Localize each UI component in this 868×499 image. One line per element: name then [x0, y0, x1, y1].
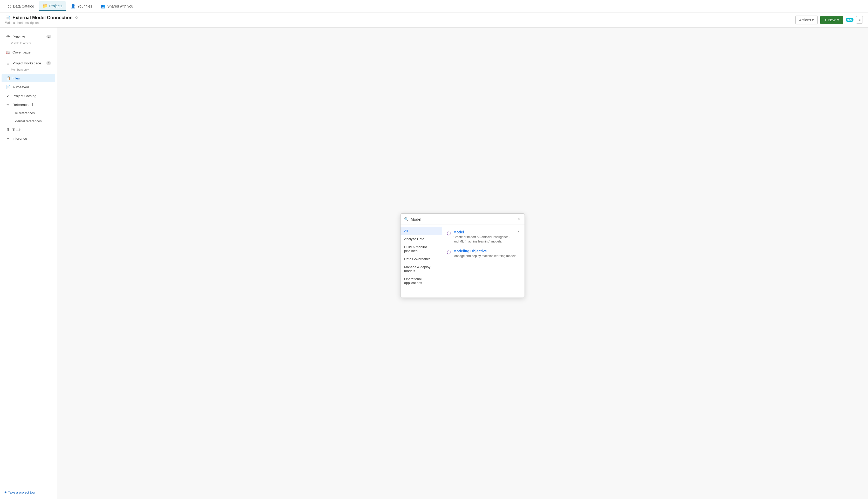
header-title-row: 📄 External Model Connection ☆ [5, 15, 78, 21]
result-model-content: Model Create or import AI (artificial in… [453, 230, 514, 244]
page-title: External Model Connection [12, 15, 73, 21]
your-files-icon: 👤 [71, 4, 76, 9]
search-dropdown: 🔍 × All Analyze Data Build & monitor pip… [400, 214, 525, 298]
search-cat-manage[interactable]: Manage & deploy models [401, 263, 442, 275]
search-cat-build[interactable]: Build & monitor pipelines [401, 243, 442, 255]
result-model-title: Model [453, 230, 514, 234]
preview-sublabel: Visible to others [0, 41, 57, 46]
preview-badge: 1 [47, 35, 51, 38]
files-icon: 📋 [6, 76, 10, 80]
view-toggle-button[interactable]: ≡ [856, 16, 863, 24]
sidebar-item-references[interactable]: ✳ References ℹ [2, 100, 55, 109]
search-result-modeling-objective[interactable]: ⬡ Modeling Objective Manage and deploy m… [445, 246, 522, 261]
search-icon: 🔍 [404, 217, 408, 221]
sidebar-item-external-references[interactable]: External references [2, 117, 55, 125]
result-modeling-desc: Manage and deploy machine learning model… [453, 254, 520, 258]
trash-icon: 🗑 [6, 127, 10, 132]
search-input-row: 🔍 × [401, 214, 525, 225]
workspace-sublabel: Members only [0, 68, 57, 73]
document-icon: 📄 [5, 15, 10, 20]
sidebar-item-files[interactable]: 📋 Files [2, 74, 55, 82]
sidebar-item-cover-page[interactable]: 📖 Cover page [2, 48, 55, 56]
header-bar: 📄 External Model Connection ☆ Write a sh… [0, 12, 868, 27]
top-navigation: ◎ Data Catalog 📁 Projects 👤 Your files 👥… [0, 0, 868, 12]
nav-item-shared[interactable]: 👥 Shared with you [97, 2, 137, 11]
result-model-desc: Create or import AI (artificial intellig… [453, 235, 514, 244]
inference-icon: ✂ [6, 136, 10, 141]
search-results: ⬡ Model Create or import AI (artificial … [442, 225, 525, 297]
model-icon: ⬡ [447, 231, 451, 236]
references-label-row: References ℹ [12, 103, 33, 107]
external-link-icon[interactable]: ↗ [517, 230, 520, 234]
sidebar-item-inference[interactable]: ✂ Inference [2, 134, 55, 143]
references-icon: ✳ [6, 102, 10, 107]
actions-button[interactable]: Actions ▾ [795, 15, 818, 24]
new-button[interactable]: + New ▾ [820, 16, 843, 24]
workspace-icon: ⊞ [6, 61, 10, 65]
sparkle-icon: ✦ [4, 490, 7, 494]
content-area: 🗂 This project is empty + New ▾ 🔍 × All … [57, 27, 868, 499]
chevron-down-icon: ▾ [837, 18, 839, 22]
info-icon[interactable]: ℹ [32, 103, 33, 107]
header-subtitle[interactable]: Write a short description... [5, 21, 78, 25]
new-badge: New [846, 18, 854, 22]
search-cat-governance[interactable]: Data Governance [401, 255, 442, 263]
main-layout: 👁 Preview 1 Visible to others 📖 Cover pa… [0, 27, 868, 499]
search-cat-all[interactable]: All [401, 227, 442, 235]
sidebar-item-preview[interactable]: 👁 Preview 1 [2, 33, 55, 41]
project-workspace-section: ⊞ Project workspace 1 Members only [0, 57, 57, 74]
chevron-down-icon: ▾ [812, 18, 814, 22]
result-modeling-title: Modeling Objective [453, 249, 520, 253]
cover-page-icon: 📖 [6, 50, 10, 54]
modeling-objective-icon: ⬡ [447, 250, 451, 255]
search-body: All Analyze Data Build & monitor pipelin… [401, 225, 525, 297]
data-catalog-icon: ◎ [8, 4, 11, 9]
nav-item-projects[interactable]: 📁 Projects [39, 1, 66, 11]
search-result-model[interactable]: ⬡ Model Create or import AI (artificial … [445, 228, 522, 246]
search-cat-analyze[interactable]: Analyze Data [401, 235, 442, 243]
sidebar-item-project-workspace[interactable]: ⊞ Project workspace 1 [2, 59, 55, 67]
header-right: Actions ▾ + New ▾ New ≡ [795, 15, 863, 24]
search-close-button[interactable]: × [516, 216, 521, 222]
sidebar-item-file-references[interactable]: File references [2, 109, 55, 117]
catalog-icon: ✓ [6, 94, 10, 98]
preview-icon: 👁 [6, 35, 10, 39]
sidebar-footer: ✦ Take a project tour [0, 487, 57, 497]
list-view-icon: ≡ [858, 18, 860, 22]
nav-item-your-files[interactable]: 👤 Your files [67, 2, 96, 11]
projects-icon: 📁 [42, 3, 48, 8]
sidebar-item-trash[interactable]: 🗑 Trash [2, 125, 55, 134]
sidebar-item-project-catalog[interactable]: ✓ Project Catalog [2, 92, 55, 100]
header-left: 📄 External Model Connection ☆ Write a sh… [5, 15, 78, 25]
shared-icon: 👥 [100, 4, 105, 9]
sidebar-preview-section: 👁 Preview 1 Visible to others [0, 31, 57, 48]
search-cat-operational[interactable]: Operational applications [401, 275, 442, 287]
autosaved-icon: 📄 [6, 85, 10, 89]
search-input[interactable] [411, 217, 514, 221]
sidebar-item-autosaved[interactable]: 📄 Autosaved [2, 83, 55, 91]
workspace-badge: 1 [47, 61, 51, 65]
search-categories: All Analyze Data Build & monitor pipelin… [401, 225, 442, 297]
nav-item-data-catalog[interactable]: ◎ Data Catalog [4, 2, 38, 11]
result-modeling-content: Modeling Objective Manage and deploy mac… [453, 249, 520, 258]
tour-link[interactable]: ✦ Take a project tour [4, 490, 53, 494]
star-icon[interactable]: ☆ [75, 15, 78, 20]
sidebar: 👁 Preview 1 Visible to others 📖 Cover pa… [0, 27, 57, 499]
plus-icon: + [825, 18, 827, 22]
